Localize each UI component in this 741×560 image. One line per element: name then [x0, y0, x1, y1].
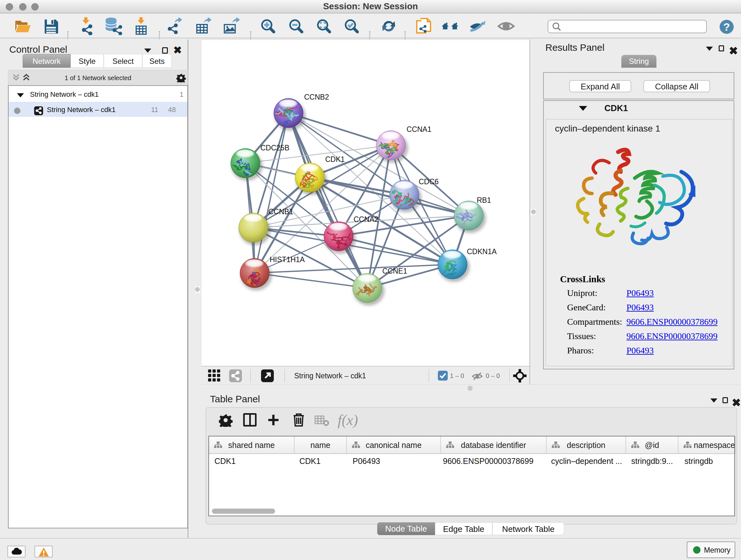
svg-text:CCNA1: CCNA1 — [407, 125, 431, 133]
svg-text:CCNE1: CCNE1 — [382, 267, 407, 275]
svg-text:CDC6: CDC6 — [419, 178, 439, 186]
svg-text:CDC25B: CDC25B — [260, 144, 289, 152]
svg-text:CCNB1: CCNB1 — [268, 207, 293, 216]
svg-text:CCNB2: CCNB2 — [304, 93, 329, 101]
svg-text:CDKN1A: CDKN1A — [467, 247, 497, 256]
svg-text:CCNA2: CCNA2 — [354, 215, 379, 224]
svg-text:CDK1: CDK1 — [325, 155, 345, 164]
svg-text:HIST1H1A: HIST1H1A — [270, 255, 305, 264]
svg-text:RB1: RB1 — [477, 196, 491, 204]
